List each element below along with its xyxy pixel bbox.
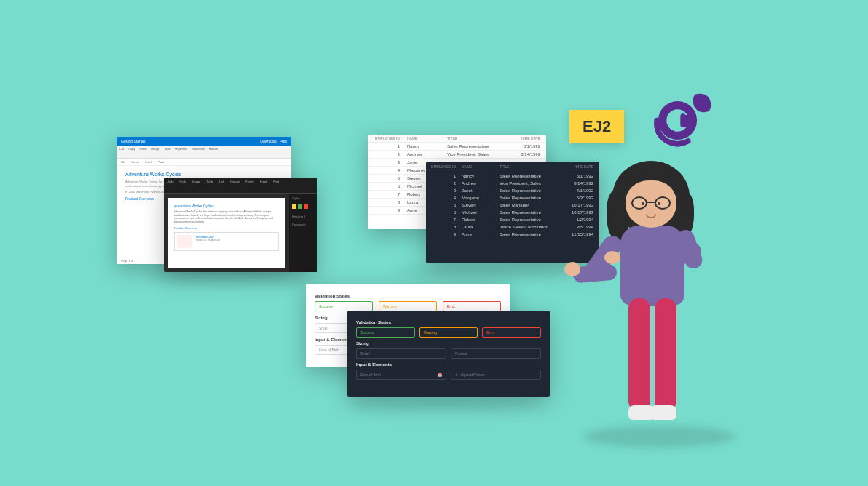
tab[interactable]: File [121, 160, 125, 164]
ribbon-item[interactable]: Header [229, 179, 241, 191]
ribbon-item[interactable]: Image [151, 147, 159, 156]
ribbon[interactable]: Cut Copy Paste Image Table Hyperlink Boo… [117, 146, 291, 159]
section-label: Input & Elements [356, 362, 541, 367]
tab[interactable]: View [158, 160, 165, 164]
grid-header: EMPLOYEE ID NAME TITLE HIRE DATE [368, 135, 546, 143]
col-header[interactable]: NAME [404, 135, 444, 142]
ribbon-item[interactable]: Redo [178, 179, 189, 191]
tab[interactable]: Home [131, 160, 139, 164]
ribbon-item[interactable]: Break [259, 179, 269, 191]
table-row[interactable]: 6MichaelSales Representative10/17/1993 [426, 209, 599, 216]
ribbon-item[interactable]: Undo [165, 179, 175, 191]
col-header[interactable]: NAME [459, 164, 497, 170]
ribbon-item[interactable]: Bookmark [192, 147, 205, 156]
ej2-badge: EJ2 [569, 110, 624, 143]
table-row[interactable]: 9AnneSales Representative11/15/1994 [426, 231, 599, 238]
ribbon-item[interactable]: Find [272, 179, 280, 191]
ribbon-item[interactable]: Hyperlink [175, 147, 188, 156]
hand [564, 262, 580, 276]
input-upload[interactable]: ⬆Upload Picture [451, 370, 541, 380]
data-grid-dark: EMPLOYEE ID NAME TITLE HIRE DATE 1NancyS… [426, 162, 599, 263]
table-row[interactable]: 1NancySales Representative5/1/1992 [426, 172, 599, 180]
form-dark: Validation States Success Warning Error … [347, 311, 550, 397]
blazor-logo-icon [639, 86, 716, 155]
input-success[interactable]: Success [315, 301, 373, 311]
col-header[interactable]: EMPLOYEE ID [368, 135, 404, 142]
shoe [650, 405, 676, 420]
input-success[interactable]: Success [356, 327, 415, 338]
legs [626, 298, 679, 415]
shadow [350, 399, 539, 410]
upload-icon: ⬆ [455, 373, 458, 377]
pane-label: Heading 1 [292, 215, 314, 218]
document-body[interactable]: Adventure Works Cycles Adventure Works C… [168, 198, 285, 268]
col-header[interactable]: TITLE [444, 135, 506, 142]
input-dob[interactable]: Date of Birth📅 [356, 370, 446, 380]
input-error[interactable]: Error [443, 301, 501, 311]
pane-label: Styles [292, 196, 314, 200]
color-swatch[interactable] [304, 204, 308, 209]
grid-header: EMPLOYEE ID NAME TITLE HIRE DATE [426, 162, 599, 172]
character-illustration [586, 156, 732, 444]
table-row[interactable]: 8LauraInside Sales Coordinator3/5/1994 [426, 223, 599, 231]
properties-pane: Styles Heading 1 Paragraph [289, 194, 317, 272]
table-row[interactable]: 5StevenSales Manager10/17/1993 [426, 202, 599, 209]
col-header[interactable]: TITLE [497, 164, 561, 170]
table-row[interactable]: 1NancySales Representative5/1/1992 [368, 143, 546, 151]
tab[interactable]: Insert [145, 160, 152, 164]
input-error[interactable]: Error [482, 327, 541, 338]
product-id: Product ID: BK-M68B-38 [196, 239, 220, 242]
section-label: Sizing [356, 341, 541, 346]
ribbon-item[interactable]: Cut [119, 147, 124, 156]
paragraph: Adventure Works Cycles, the fictitious c… [174, 210, 279, 223]
section-label: Validation States [315, 294, 501, 298]
doc-heading: Adventure Works Cycles [125, 172, 283, 177]
ribbon-item[interactable]: Copy [128, 147, 135, 156]
col-header[interactable]: HIRE DATE [506, 135, 546, 142]
titlebar-actions: Download Print [260, 139, 287, 143]
ribbon-item[interactable]: Table [164, 147, 171, 156]
product-image [177, 235, 192, 248]
color-swatch[interactable] [292, 204, 296, 209]
ribbon-item[interactable]: Paste [140, 147, 147, 156]
doc-title: Getting Started [121, 139, 146, 143]
table-row[interactable]: 7RobertSales Representative1/2/1994 [426, 216, 599, 223]
color-swatch[interactable] [298, 204, 302, 209]
ribbon-item[interactable]: Footer [244, 179, 256, 191]
table-row[interactable]: 2AndrewVice President, Sales8/14/1992 [426, 180, 599, 187]
input-small[interactable]: Small [356, 348, 446, 359]
section-label: Product Overview [174, 226, 279, 230]
ribbon-item[interactable]: Header [209, 147, 218, 156]
input-warning[interactable]: Warning [419, 327, 478, 338]
shadow [393, 266, 568, 277]
ribbon-item[interactable]: Table [205, 179, 215, 191]
table-row[interactable]: 4MargaretSales Representative5/3/1993 [426, 194, 599, 202]
torso [620, 226, 684, 306]
hand [604, 251, 620, 264]
section-label: Validation States [356, 320, 541, 324]
tabs: File Home Insert View [117, 159, 291, 166]
doc-heading: Adventure Works Cycles [174, 204, 279, 208]
glasses-icon [631, 196, 671, 210]
titlebar: Getting Started Download Print [117, 137, 291, 146]
table-row[interactable]: 2AndrewVice President, Sales8/14/1992 [368, 151, 546, 159]
status-bar: Page 1 of 1 [121, 259, 135, 263]
pane-label: Paragraph [292, 223, 314, 226]
ribbon-item[interactable]: Link [218, 179, 226, 191]
ribbon-item[interactable]: Image [191, 179, 202, 191]
input-normal[interactable]: Normal [451, 348, 541, 359]
calendar-icon: 📅 [438, 373, 442, 377]
face [626, 180, 676, 228]
table-row[interactable]: 3JanetSales Representative4/1/1992 [426, 187, 599, 194]
col-header[interactable]: EMPLOYEE ID [426, 164, 459, 170]
input-warning[interactable]: Warning [379, 301, 437, 311]
ribbon[interactable]: Undo Redo Image Table Link Header Footer… [164, 178, 317, 194]
word-editor-dark: Undo Redo Image Table Link Header Footer… [164, 178, 317, 272]
